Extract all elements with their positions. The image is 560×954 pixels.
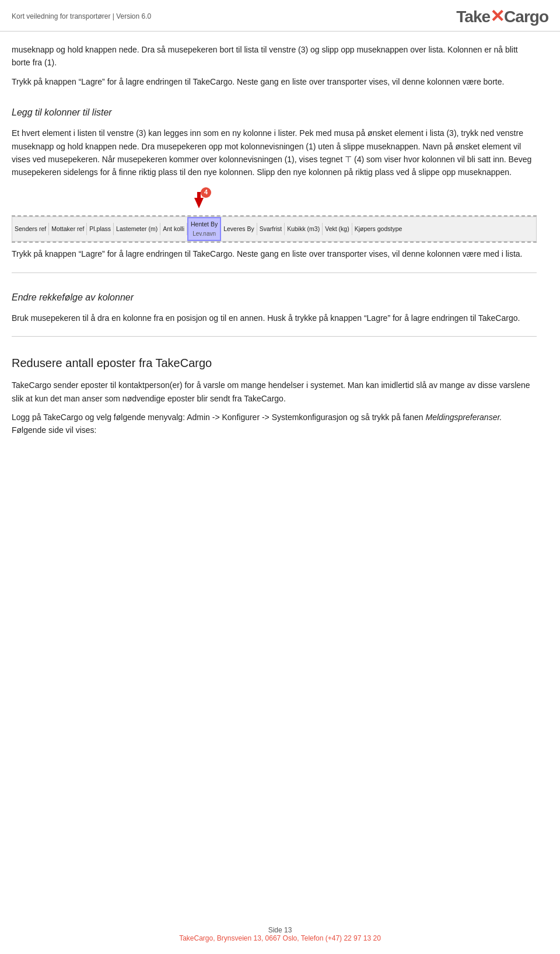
logo-take: Take	[456, 8, 490, 26]
section3-para-2: Logg på TakeCargo og velg følgende menyv…	[12, 411, 537, 437]
badge-4: 4	[201, 187, 211, 198]
col-header-row: Senders ref Mottaker ref Pl.plass Lastem…	[12, 216, 537, 242]
col-lastemeter: Lastemeter (m)	[114, 223, 160, 236]
col-leveressby: Leveres By	[221, 223, 257, 236]
col-kjopers: Kjøpers godstype	[352, 223, 405, 236]
col-antkolli: Ant kolli	[160, 223, 187, 236]
col-svarfrist: Svarfrist	[257, 223, 285, 236]
section2-heading: Endre rekkefølge av kolonner	[12, 291, 537, 305]
col-kubikk: Kubikk (m3)	[285, 223, 323, 236]
section1-para-2: Trykk på knappen “Lagre” for å lagre end…	[12, 247, 537, 260]
page-footer: Side 13 TakeCargo, Brynsveien 13, 0667 O…	[0, 926, 560, 942]
col-mottaker: Mottaker ref	[49, 223, 87, 236]
intro-para-1: museknapp og hold knappen nede. Dra så m…	[12, 43, 537, 69]
column-headers: Senders ref Mottaker ref Pl.plass Lastem…	[12, 215, 537, 243]
drag-indicator: 4	[12, 192, 537, 215]
page-header: Kort veiledning for transportører | Vers…	[0, 0, 560, 32]
section1-para-1: Et hvert element i listen til venstre (3…	[12, 127, 537, 179]
divider-2	[12, 336, 537, 337]
section3-heading: Redusere antall eposter fra TakeCargo	[12, 354, 537, 372]
lev-navn-label: Lev.navn	[191, 229, 218, 238]
col-plplass: Pl.plass	[87, 223, 114, 236]
section1-heading: Legg til kolonner til lister	[12, 106, 537, 120]
meldingspreferanser-italic: Meldingspreferanser.	[425, 413, 502, 422]
column-demo-container: 4 Senders ref Mottaker ref Pl.plass Last…	[12, 192, 537, 243]
logo-x: ✕	[490, 6, 504, 26]
svg-marker-0	[194, 198, 204, 208]
header-title: Kort veiledning for transportører | Vers…	[12, 12, 151, 20]
section3-para-1: TakeCargo sender eposter til kontaktpers…	[12, 379, 537, 405]
main-content: museknapp og hold knappen nede. Dra så m…	[0, 32, 560, 490]
col-senders: Senders ref	[12, 223, 49, 236]
intro-para-2: Trykk på knappen “Lagre” for å lagre end…	[12, 75, 537, 88]
drag-icon-group: 4	[192, 192, 205, 208]
logo-text: Take✕Cargo	[456, 6, 548, 26]
col-vekt: Vekt (kg)	[323, 223, 352, 236]
footer-address: TakeCargo, Brynsveien 13, 0667 Oslo, Tel…	[0, 934, 560, 942]
col-hentetby: Hentet By Lev.navn	[187, 217, 221, 242]
logo-cargo: Cargo	[504, 8, 548, 26]
page-number: Side 13	[0, 926, 560, 934]
section2-para: Bruk musepekeren til å dra en kolonne fr…	[12, 312, 537, 324]
logo: Take✕Cargo	[456, 6, 548, 26]
divider-1	[12, 272, 537, 273]
